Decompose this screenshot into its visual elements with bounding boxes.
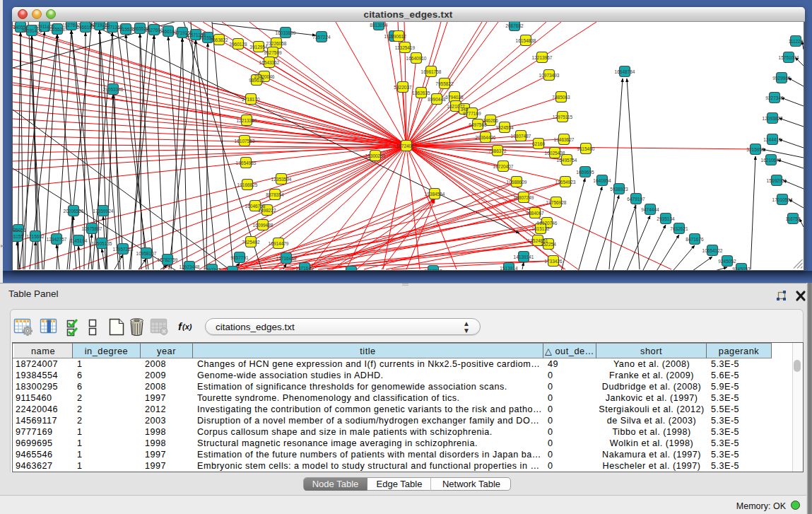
svg-text:20364436: 20364436 <box>476 135 496 140</box>
svg-text:16640910: 16640910 <box>406 56 427 61</box>
svg-text:12342757: 12342757 <box>47 237 67 242</box>
svg-text:2718170: 2718170 <box>242 97 260 102</box>
svg-text:3824554: 3824554 <box>495 125 514 130</box>
svg-text:15692951: 15692951 <box>767 178 787 183</box>
svg-text:9227342: 9227342 <box>765 95 784 100</box>
svg-text:9884067: 9884067 <box>526 211 544 216</box>
svg-text:7357224: 7357224 <box>312 35 331 40</box>
svg-text:12505135: 12505135 <box>92 241 112 246</box>
svg-text:6497568: 6497568 <box>469 122 487 127</box>
svg-text:19384554: 19384554 <box>425 192 445 197</box>
svg-text:7955822: 7955822 <box>435 81 454 86</box>
svg-text:1513914: 1513914 <box>500 266 518 271</box>
svg-text:15751074: 15751074 <box>779 55 799 60</box>
svg-text:7485063: 7485063 <box>552 95 570 100</box>
svg-text:10688609: 10688609 <box>507 180 527 185</box>
svg-text:10958107: 10958107 <box>136 251 157 256</box>
svg-text:29053346: 29053346 <box>103 87 124 92</box>
svg-text:17957223: 17957223 <box>113 247 134 252</box>
svg-text:19654923: 19654923 <box>555 180 576 185</box>
svg-text:1669695: 1669695 <box>576 170 594 175</box>
svg-text:1733426: 1733426 <box>544 259 563 264</box>
svg-text:15716485: 15716485 <box>276 256 297 261</box>
svg-text:5938923: 5938923 <box>610 187 628 192</box>
svg-text:7663822: 7663822 <box>210 37 228 42</box>
svg-text:111224: 111224 <box>789 39 804 44</box>
svg-text:116753: 116753 <box>785 216 801 221</box>
svg-text:10654122: 10654122 <box>702 248 723 253</box>
svg-text:3215958: 3215958 <box>746 147 765 152</box>
svg-text:9857792: 9857792 <box>424 269 442 271</box>
svg-text:9474444: 9474444 <box>641 207 659 212</box>
svg-text:16543362: 16543362 <box>259 60 280 65</box>
svg-text:8471676: 8471676 <box>686 237 704 242</box>
svg-text:16914479: 16914479 <box>269 241 289 246</box>
svg-text:8813054: 8813054 <box>370 23 388 28</box>
svg-text:1215682: 1215682 <box>26 234 45 239</box>
svg-text:14139141: 14139141 <box>514 255 534 259</box>
svg-text:9527509: 9527509 <box>264 50 282 55</box>
svg-text:8990448: 8990448 <box>428 97 446 102</box>
svg-text:1145194: 1145194 <box>70 238 88 243</box>
svg-text:1292345: 1292345 <box>203 267 221 271</box>
svg-text:23226058: 23226058 <box>266 41 287 46</box>
svg-text:16210643: 16210643 <box>761 158 782 163</box>
svg-text:1571649: 1571649 <box>295 266 314 271</box>
svg-text:10807487: 10807487 <box>511 134 531 139</box>
svg-text:9529965: 9529965 <box>772 76 791 81</box>
svg-text:9245052: 9245052 <box>718 259 736 264</box>
svg-text:2935134: 2935134 <box>657 216 675 221</box>
svg-text:16099488: 16099488 <box>253 223 273 228</box>
svg-text:93155: 93155 <box>13 234 23 239</box>
svg-text:18724007: 18724007 <box>396 144 417 148</box>
svg-text:7625402: 7625402 <box>242 240 260 245</box>
svg-text:1362635: 1362635 <box>412 90 430 95</box>
svg-text:1292346: 1292346 <box>223 269 242 271</box>
svg-text:1615132: 1615132 <box>531 226 550 231</box>
svg-text:435051: 435051 <box>13 228 26 233</box>
svg-text:7386372: 7386372 <box>488 148 507 153</box>
svg-text:10655287: 10655287 <box>47 27 68 32</box>
svg-text:1244415: 1244415 <box>763 137 782 142</box>
svg-text:16782759: 16782759 <box>158 257 178 262</box>
svg-text:16120746: 16120746 <box>537 221 558 226</box>
svg-text:12923448: 12923448 <box>180 264 200 269</box>
svg-text:17010504: 17010504 <box>772 197 793 202</box>
svg-text:252254: 252254 <box>541 242 556 247</box>
svg-text:890612: 890612 <box>391 34 406 39</box>
svg-text:12353594: 12353594 <box>271 177 292 182</box>
svg-text:16033809: 16033809 <box>276 30 296 35</box>
svg-text:19463627: 19463627 <box>554 137 575 142</box>
svg-text:3912954: 3912954 <box>249 45 268 49</box>
svg-text:16107553: 16107553 <box>235 139 255 144</box>
svg-text:12213967: 12213967 <box>532 55 553 60</box>
svg-text:18807249: 18807249 <box>514 195 534 200</box>
svg-text:6794028: 6794028 <box>445 95 464 100</box>
svg-text:16961758: 16961758 <box>421 69 442 74</box>
svg-text:10025438: 10025438 <box>545 151 565 156</box>
svg-text:7632621: 7632621 <box>670 226 688 231</box>
svg-text:2087682: 2087682 <box>505 23 524 28</box>
svg-text:12213389: 12213389 <box>237 118 257 123</box>
svg-text:6479197: 6479197 <box>627 197 645 201</box>
svg-text:16720407: 16720407 <box>493 164 514 169</box>
svg-text:16154838: 16154838 <box>516 38 536 43</box>
svg-text:10973493: 10973493 <box>539 73 560 78</box>
svg-text:1640954: 1640954 <box>593 178 611 183</box>
svg-text:18300295: 18300295 <box>365 153 386 158</box>
svg-text:(x): (x) <box>182 322 192 331</box>
svg-text:19756928: 19756928 <box>546 200 567 205</box>
svg-text:1498222: 1498222 <box>258 208 276 213</box>
svg-text:9245053: 9245053 <box>732 267 751 271</box>
svg-text:8878354: 8878354 <box>266 192 284 197</box>
svg-text:12975115: 12975115 <box>553 115 573 119</box>
svg-text:9115460: 9115460 <box>577 146 595 151</box>
svg-text:19654985: 19654985 <box>236 160 257 165</box>
svg-text:20206526: 20206526 <box>64 209 84 214</box>
svg-text:11325419: 11325419 <box>395 45 416 50</box>
svg-text:19166825: 19166825 <box>237 182 258 187</box>
svg-text:3960128: 3960128 <box>229 42 247 47</box>
svg-text:5322037: 5322037 <box>394 85 412 90</box>
svg-text:20091406: 20091406 <box>22 28 42 33</box>
svg-text:16648784: 16648784 <box>615 69 635 74</box>
